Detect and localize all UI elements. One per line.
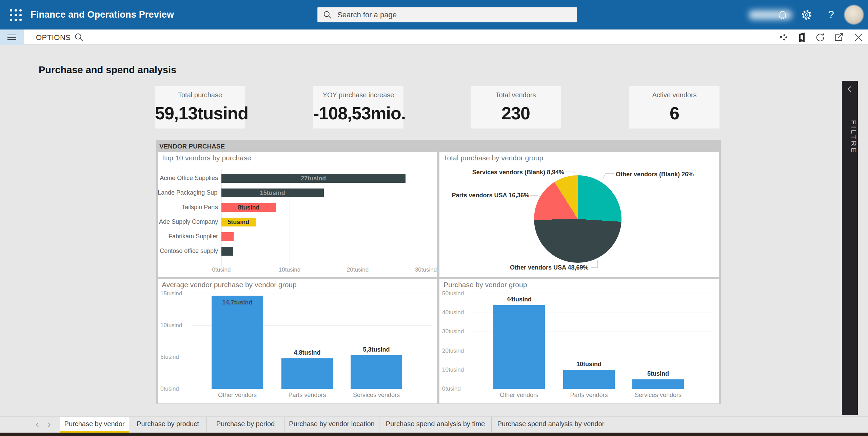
bar-value-label: 44tusind <box>485 296 553 303</box>
bar-contoso-office-supply[interactable] <box>221 247 233 256</box>
bar-other-vendors[interactable] <box>493 305 545 389</box>
notifications-button[interactable] <box>775 7 790 23</box>
office-app-button[interactable] <box>794 31 809 44</box>
bar-parts-vendors[interactable] <box>281 358 333 389</box>
kpi-label: Active vendors <box>629 91 719 99</box>
app-launcher-button[interactable] <box>5 5 26 25</box>
bar-other-vendors[interactable] <box>212 296 263 389</box>
category-label: Acme Office Supplies <box>158 175 218 182</box>
command-search-button[interactable] <box>72 31 86 44</box>
gear-icon <box>801 9 812 21</box>
y-axis-tick: 5tusind <box>160 354 191 360</box>
gridline <box>192 389 432 389</box>
category-label: Other vendors <box>482 392 556 399</box>
toolbar-search-icon <box>74 33 84 42</box>
settings-button[interactable] <box>799 7 814 23</box>
chart-plot: 0tusind5tusind10tusind15tusind14,7tusind… <box>158 279 437 403</box>
chevron-left-icon <box>847 85 853 93</box>
y-axis-tick: 10tusind <box>442 366 473 373</box>
gridline <box>473 389 713 389</box>
gridline <box>473 294 713 294</box>
app-title: Finance and Operations Preview <box>31 0 174 29</box>
vendor-purchase-section: VENDOR PURCHASE Top 10 vendors by purcha… <box>156 140 721 404</box>
gridline <box>290 169 290 266</box>
bar-services-vendors[interactable] <box>351 355 402 389</box>
options-menu[interactable]: OPTIONS <box>34 29 73 45</box>
chevron-right-icon <box>47 422 52 428</box>
help-button[interactable]: ? <box>823 7 839 23</box>
y-axis-tick: 20tusind <box>442 348 473 354</box>
bar-value-label: 27tusind <box>221 175 406 182</box>
x-axis-tick: 10tusind <box>269 266 310 273</box>
popout-icon <box>834 32 844 43</box>
category-label: Ade Supply Company <box>158 218 218 225</box>
bar-services-vendors[interactable] <box>632 379 684 389</box>
chart-plot: Other vendors (Blank) 26%Other vendors U… <box>439 152 719 277</box>
kpi-value: 6 <box>629 103 719 123</box>
x-axis-tick: 0tusind <box>201 266 242 273</box>
tab-purchase-spend-analysis-by-vendor[interactable]: Purchase spend analysis by vendor <box>492 417 610 433</box>
category-label: Lande Packaging Supplies <box>158 189 218 196</box>
kpi-card-total-purchase[interactable]: Total purchase 59,13tusind <box>155 86 245 128</box>
bar-value-label: 8tusind <box>221 204 276 211</box>
bottom-tab-bar: Purchase by vendorPurchase by productPur… <box>0 416 868 433</box>
kpi-card-yoy-purchase-increase[interactable]: YOY purchase increase -108,53mio. <box>313 86 403 128</box>
filter-pane-label: FILTRE <box>842 103 858 171</box>
category-label: Fabrikam Supplier <box>158 233 218 240</box>
kpi-label: Total purchase <box>155 91 245 99</box>
filter-pane-toggle[interactable]: FILTRE <box>842 81 858 415</box>
bar-parts-vendors[interactable] <box>563 370 615 389</box>
tab-strip: Purchase by vendorPurchase by productPur… <box>60 417 610 433</box>
bar-fabrikam-supplier[interactable] <box>221 232 234 241</box>
bar-value-label: 4,8tusind <box>273 349 341 356</box>
user-avatar[interactable] <box>844 5 864 24</box>
tab-purchase-by-period[interactable]: Purchase by period <box>207 417 284 433</box>
close-button[interactable] <box>851 31 866 44</box>
tab-purchase-by-vendor[interactable]: Purchase by vendor <box>60 417 129 433</box>
y-axis-tick: 30tusind <box>442 328 473 335</box>
search-input[interactable] <box>337 10 541 20</box>
insights-diamonds-icon <box>778 32 788 43</box>
chart-plot: 0tusind10tusind20tusind30tusindAcme Offi… <box>158 152 437 277</box>
page-search-box[interactable] <box>317 7 577 22</box>
category-label: Services vendors <box>621 392 695 399</box>
kpi-value: -108,53mio. <box>313 103 403 123</box>
bar-value-label: 14,7tusind <box>203 299 271 306</box>
category-label: Tailspin Parts <box>158 204 218 211</box>
search-icon <box>323 11 332 19</box>
refresh-button[interactable] <box>813 31 827 44</box>
hamburger-icon <box>7 35 16 40</box>
kpi-card-active-vendors[interactable]: Active vendors 6 <box>629 86 719 128</box>
y-axis-tick: 10tusind <box>160 322 191 329</box>
tab-scroll-left-button[interactable] <box>35 422 40 429</box>
open-in-new-window-button[interactable] <box>832 31 846 44</box>
tab-purchase-by-vendor-location[interactable]: Purchase by vendor location <box>284 417 379 433</box>
tab-purchase-by-product[interactable]: Purchase by product <box>129 417 207 433</box>
y-axis-tick: 0tusind <box>160 385 191 392</box>
kpi-value: 59,13tusind <box>155 103 245 123</box>
chart-total-purchase-by-vendor-group: Total purchase by vendor group Other ven… <box>439 152 719 277</box>
navigation-menu-button[interactable] <box>0 29 24 45</box>
bottom-dark-strip <box>0 433 868 436</box>
command-bar: OPTIONS <box>0 29 868 45</box>
insights-button[interactable] <box>776 31 790 44</box>
gridline <box>426 169 426 266</box>
y-axis-tick: 15tusind <box>160 290 191 297</box>
category-label: Parts vendors <box>552 392 626 399</box>
x-axis-tick: 30tusind <box>406 266 437 273</box>
bar-value-label: 5,3tusind <box>342 346 410 353</box>
pie-label-parts-vendors-usa-16-36-: Parts vendors USA 16,36% <box>452 192 529 199</box>
bar-value-label: 10tusind <box>555 361 623 368</box>
tab-scroll-right-button[interactable] <box>47 422 52 429</box>
office-logo-icon <box>796 32 807 43</box>
gridline <box>358 169 358 266</box>
app-bar: Finance and Operations Preview ? <box>0 0 868 29</box>
bar-value-label: 5tusind <box>221 219 256 226</box>
pie-chart[interactable] <box>534 175 622 263</box>
category-label: Services vendors <box>339 392 414 399</box>
kpi-label: Total vendors <box>471 91 561 99</box>
bar-value-label: 15tusind <box>221 190 324 197</box>
tab-purchase-spend-analysis-by-time[interactable]: Purchase spend analysis by time <box>379 417 492 433</box>
chart-purchase-by-vendor-group: Purchase by vendor group 0tusind10tusind… <box>439 279 719 403</box>
kpi-card-total-vendors[interactable]: Total vendors 230 <box>471 86 561 128</box>
